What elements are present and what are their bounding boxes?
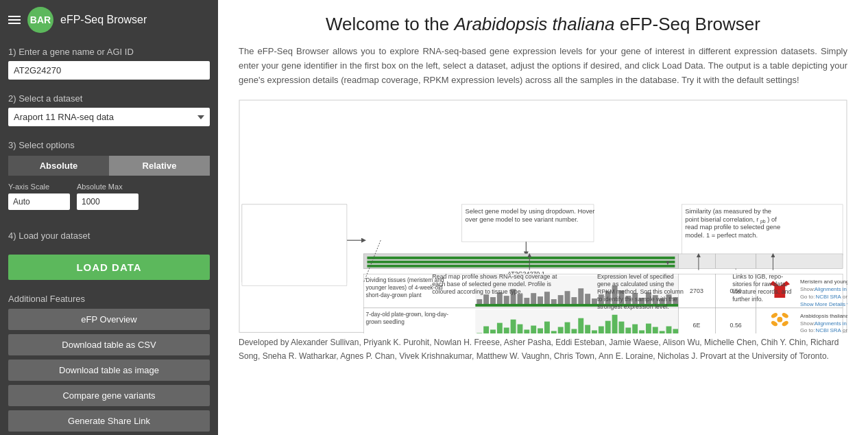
download-csv-button[interactable]: Download table as CSV — [8, 334, 210, 355]
svg-rect-86 — [578, 318, 583, 333]
section4-label: 4) Load your dataset — [8, 231, 210, 241]
svg-text:Meristem and younger leaves, G: Meristem and younger leaves, G... — [800, 279, 847, 285]
hamburger-icon[interactable] — [8, 16, 21, 24]
svg-rect-84 — [565, 322, 570, 333]
section-load: 4) Load your dataset — [0, 224, 218, 252]
section-options: 3) Select options Absolute Relative Y-ax… — [0, 133, 218, 224]
svg-rect-36 — [565, 292, 570, 305]
section-gene-name: 1) Enter a gene name or AGI ID — [0, 40, 218, 86]
svg-rect-79 — [531, 326, 536, 333]
svg-text:Alignments in IGB: Alignments in IGB — [815, 320, 847, 327]
svg-rect-32 — [538, 297, 543, 305]
absmax-input[interactable] — [77, 193, 138, 210]
svg-rect-15 — [367, 257, 675, 259]
dataset-select-wrapper: Araport 11 RNA-seq data — [8, 108, 210, 126]
yaxis-input[interactable] — [8, 193, 70, 210]
svg-text:2703: 2703 — [690, 288, 703, 295]
title-prefix: Welcome to the — [326, 14, 454, 34]
svg-rect-72 — [483, 327, 489, 333]
svg-rect-99 — [666, 327, 672, 333]
svg-rect-89 — [599, 327, 604, 333]
svg-rect-24 — [483, 295, 489, 305]
main-content: Welcome to the Arabidopsis thaliana eFP-… — [218, 0, 868, 435]
dataset-select[interactable]: Araport 11 RNA-seq data — [8, 108, 210, 126]
bar-logo: BAR — [27, 7, 53, 33]
section1-label: 1) Enter a gene name or AGI ID — [8, 47, 210, 57]
svg-rect-38 — [578, 289, 583, 305]
title-italic: Arabidopsis thaliana — [454, 14, 614, 34]
svg-rect-87 — [585, 325, 590, 333]
svg-rect-95 — [639, 331, 644, 333]
svg-rect-77 — [518, 325, 523, 333]
svg-text:Go to:: Go to: — [800, 328, 815, 333]
svg-rect-120 — [242, 204, 347, 285]
svg-rect-102 — [678, 308, 715, 333]
svg-rect-82 — [551, 331, 557, 333]
scale-row: Y-axis Scale Absolute Max — [8, 183, 210, 210]
svg-rect-78 — [524, 330, 529, 333]
svg-rect-16 — [367, 261, 675, 263]
svg-rect-35 — [558, 296, 564, 305]
footer-credits: Developed by Alexander Sullivan, Priyank… — [239, 336, 847, 364]
svg-text:Show:: Show: — [800, 320, 815, 327]
section3-label: 3) Select options — [8, 140, 210, 150]
yaxis-group: Y-axis Scale — [8, 183, 70, 210]
svg-rect-12 — [716, 254, 756, 269]
svg-rect-100 — [673, 329, 678, 333]
svg-rect-96 — [646, 324, 651, 333]
toggle-row: Absolute Relative — [8, 156, 210, 176]
compare-variants-button[interactable]: Compare gene variants — [8, 385, 210, 406]
generate-share-link-button[interactable]: Generate Share Link — [8, 410, 210, 432]
svg-rect-88 — [592, 331, 597, 333]
app-title: eFP-Seq Browser — [60, 14, 147, 26]
svg-rect-31 — [531, 294, 536, 305]
svg-rect-11 — [678, 254, 715, 269]
svg-text:Arabidopsis thaliana seedlings: Arabidopsis thaliana seedlings... — [800, 313, 847, 319]
svg-rect-75 — [504, 328, 509, 333]
svg-rect-29 — [518, 294, 523, 305]
svg-rect-40 — [592, 298, 597, 305]
svg-rect-104 — [716, 308, 756, 333]
svg-rect-34 — [551, 299, 557, 305]
efp-overview-button[interactable]: eFP Overview — [8, 309, 210, 330]
toggle-absolute-button[interactable]: Absolute — [8, 156, 109, 176]
svg-rect-27 — [504, 296, 509, 305]
svg-rect-17 — [367, 265, 675, 268]
load-data-button[interactable]: LOAD DATA — [8, 255, 210, 280]
svg-text:0.56: 0.56 — [730, 322, 742, 329]
svg-rect-23 — [477, 299, 482, 305]
svg-rect-91 — [612, 315, 618, 333]
svg-rect-92 — [619, 322, 625, 333]
gene-input[interactable] — [8, 61, 210, 80]
svg-rect-97 — [653, 327, 658, 333]
svg-rect-81 — [544, 322, 550, 333]
svg-rect-74 — [497, 323, 503, 333]
svg-rect-90 — [605, 321, 611, 333]
sidebar-header: BAR eFP-Seq Browser — [0, 0, 218, 40]
svg-text:NCBI SRA: NCBI SRA — [816, 294, 842, 300]
sidebar: BAR eFP-Seq Browser 1) Enter a gene name… — [0, 0, 218, 435]
download-image-button[interactable]: Download table as image — [8, 360, 210, 381]
diagram-wrapper: Description of sample used to generate R… — [239, 99, 847, 335]
svg-text:NCBI SRA: NCBI SRA — [816, 328, 842, 333]
yaxis-label: Y-axis Scale — [8, 183, 70, 191]
svg-text:Show More Details ▾: Show More Details ▾ — [800, 301, 847, 307]
svg-text:or: or — [843, 294, 847, 300]
svg-rect-98 — [660, 331, 665, 333]
absmax-label: Absolute Max — [77, 183, 138, 191]
svg-rect-30 — [524, 298, 529, 305]
additional-features-label: Additional Features — [0, 288, 218, 307]
svg-text:6E: 6E — [693, 322, 701, 329]
svg-rect-94 — [632, 325, 638, 333]
title-suffix: eFP-Seq Browser — [615, 14, 760, 34]
svg-rect-73 — [490, 330, 496, 333]
absmax-group: Absolute Max — [77, 183, 138, 210]
section-dataset: 2) Select a dataset Araport 11 RNA-seq d… — [0, 86, 218, 133]
svg-rect-25 — [490, 297, 496, 305]
svg-rect-93 — [625, 328, 631, 333]
svg-text:or: or — [843, 328, 847, 333]
svg-text:▼: ▼ — [665, 259, 671, 266]
section2-label: 2) Select a dataset — [8, 93, 210, 104]
svg-rect-85 — [571, 329, 577, 333]
toggle-relative-button[interactable]: Relative — [109, 156, 210, 176]
